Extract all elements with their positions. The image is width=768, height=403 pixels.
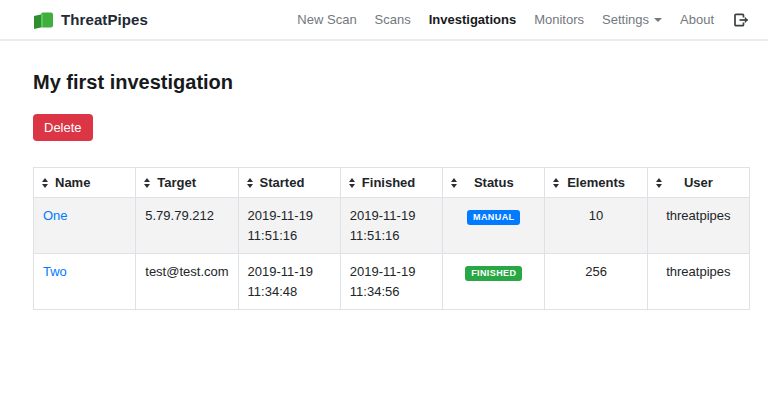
investigations-table: Name Target Started Finished Status bbox=[33, 167, 750, 310]
chevron-down-icon bbox=[654, 18, 662, 22]
column-label: Elements bbox=[567, 175, 625, 190]
cell-name: Two bbox=[34, 254, 136, 310]
column-label: Name bbox=[55, 175, 90, 190]
column-label: Finished bbox=[362, 175, 415, 190]
nav-item-new-scan[interactable]: New Scan bbox=[288, 12, 365, 27]
cell-elements: 10 bbox=[545, 198, 647, 254]
status-badge: MANUAL bbox=[467, 210, 520, 225]
column-label: Status bbox=[474, 175, 514, 190]
sort-arrows-icon bbox=[656, 178, 662, 188]
page-title: My first investigation bbox=[33, 71, 768, 94]
sort-arrows-icon bbox=[42, 178, 48, 188]
delete-button[interactable]: Delete bbox=[33, 114, 93, 141]
cell-user: threatpipes bbox=[647, 254, 749, 310]
sort-arrows-icon bbox=[349, 178, 355, 188]
brand-green-book-icon bbox=[33, 10, 54, 30]
investigation-link[interactable]: Two bbox=[43, 264, 67, 279]
brand-name: ThreatPipes bbox=[61, 11, 148, 28]
main-content: My first investigation Delete Name Targe… bbox=[0, 41, 768, 310]
column-header-user[interactable]: User bbox=[647, 168, 749, 198]
navbar: ThreatPipes New Scan Scans Investigation… bbox=[0, 0, 768, 41]
column-label: User bbox=[684, 175, 713, 190]
cell-user: threatpipes bbox=[647, 198, 749, 254]
column-header-target[interactable]: Target bbox=[136, 168, 238, 198]
nav-item-monitors[interactable]: Monitors bbox=[525, 12, 593, 27]
column-label: Target bbox=[157, 175, 196, 190]
table-row: One 5.79.79.212 2019-11-19 11:51:16 2019… bbox=[34, 198, 750, 254]
cell-status: FINISHED bbox=[443, 254, 545, 310]
cell-target: 5.79.79.212 bbox=[136, 198, 238, 254]
nav-item-settings[interactable]: Settings bbox=[593, 12, 671, 27]
cell-started: 2019-11-19 11:34:48 bbox=[238, 254, 340, 310]
sort-arrows-icon bbox=[144, 178, 150, 188]
nav-item-about[interactable]: About bbox=[671, 12, 723, 27]
sign-out-icon bbox=[733, 12, 750, 28]
column-header-finished[interactable]: Finished bbox=[340, 168, 442, 198]
nav-item-scans[interactable]: Scans bbox=[366, 12, 420, 27]
sort-arrows-icon bbox=[247, 178, 253, 188]
sort-arrows-icon bbox=[451, 178, 457, 188]
cell-elements: 256 bbox=[545, 254, 647, 310]
table-header-row: Name Target Started Finished Status bbox=[34, 168, 750, 198]
cell-name: One bbox=[34, 198, 136, 254]
brand[interactable]: ThreatPipes bbox=[33, 10, 148, 30]
status-badge: FINISHED bbox=[465, 266, 522, 281]
column-label: Started bbox=[260, 175, 305, 190]
sort-arrows-icon bbox=[553, 178, 559, 188]
nav-item-settings-label: Settings bbox=[602, 12, 649, 27]
cell-started: 2019-11-19 11:51:16 bbox=[238, 198, 340, 254]
nav-item-investigations[interactable]: Investigations bbox=[420, 12, 525, 27]
cell-finished: 2019-11-19 11:51:16 bbox=[340, 198, 442, 254]
nav-links: New Scan Scans Investigations Monitors S… bbox=[288, 12, 750, 28]
investigation-link[interactable]: One bbox=[43, 208, 68, 223]
column-header-name[interactable]: Name bbox=[34, 168, 136, 198]
logout-button[interactable] bbox=[733, 12, 750, 28]
column-header-started[interactable]: Started bbox=[238, 168, 340, 198]
column-header-elements[interactable]: Elements bbox=[545, 168, 647, 198]
cell-finished: 2019-11-19 11:34:56 bbox=[340, 254, 442, 310]
cell-target: test@test.com bbox=[136, 254, 238, 310]
cell-status: MANUAL bbox=[443, 198, 545, 254]
column-header-status[interactable]: Status bbox=[443, 168, 545, 198]
table-row: Two test@test.com 2019-11-19 11:34:48 20… bbox=[34, 254, 750, 310]
